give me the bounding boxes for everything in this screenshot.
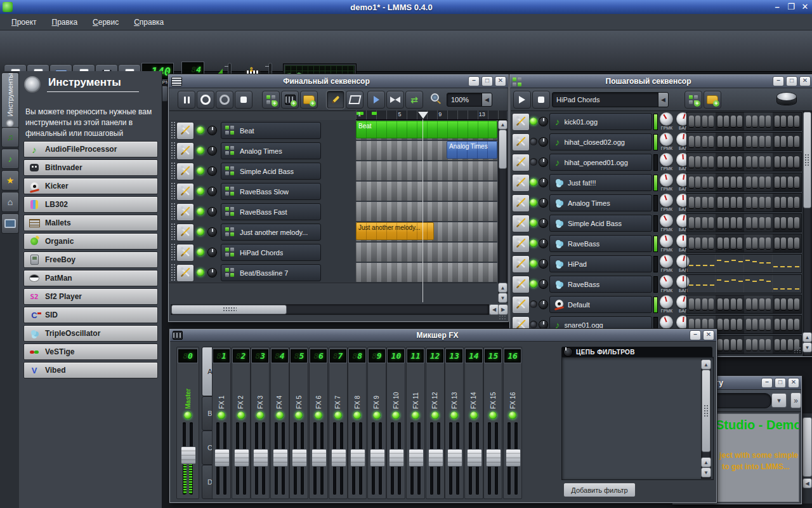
step-cell[interactable] [759,116,764,127]
step-cell[interactable] [731,116,736,127]
track-solo-knob[interactable] [539,117,547,126]
draw-mode-button[interactable] [327,91,344,109]
step-cell[interactable] [766,116,771,127]
menu-item-Сервис[interactable]: Сервис [85,15,126,29]
step-pattern[interactable] [686,173,802,192]
scroll-up-button[interactable]: ▲ [701,457,711,467]
step-cell[interactable] [752,339,757,351]
track-timeline[interactable] [356,202,497,221]
volume-knob[interactable] [660,133,673,146]
notes-combo-dropdown-button[interactable]: ▼ [771,393,787,408]
fx-channel-fader[interactable] [234,421,248,496]
fx-channel-strip[interactable]: 13FX 13 [445,347,464,499]
track-actions-button[interactable] [512,235,530,253]
fader-handle[interactable] [389,449,404,467]
behaviour-loop-button[interactable]: ⇄ [405,91,423,109]
fx-channel-strip[interactable]: 83FX 3 [251,347,270,499]
step-cell[interactable] [702,237,707,249]
behaviour-continue-button[interactable] [367,91,385,109]
fx-channel-led[interactable] [295,411,303,419]
fx-channel-strip[interactable]: 88FX 8 [348,347,367,499]
instrument-item-AudioFileProcessor[interactable]: ♪AudioFileProcessor [23,141,158,157]
track-mute-led[interactable] [530,321,537,328]
step-cell[interactable] [702,298,707,310]
step-cell[interactable] [781,136,786,147]
window-resize-grip[interactable] [794,347,801,353]
volume-knob[interactable] [660,214,673,227]
track-solo-knob[interactable] [208,147,216,155]
step-cell[interactable] [759,197,764,208]
step-cell[interactable] [759,217,764,229]
step-cell[interactable] [752,319,757,330]
notes-close-button[interactable]: ✕ [788,378,799,388]
step-cell[interactable] [766,237,771,249]
step-cell[interactable] [731,319,736,330]
volume-knob[interactable] [660,255,673,268]
step-cell[interactable] [689,197,694,208]
step-cell[interactable] [724,156,729,168]
step-cell[interactable] [695,177,700,188]
zoom-level-combo[interactable]: 100% ◀ [447,93,492,107]
fx-channel-led[interactable] [450,411,458,419]
fx-channel-fader[interactable] [389,421,403,496]
instrument-track-name[interactable]: RaveBass [549,235,652,252]
step-cell[interactable] [746,237,751,249]
step-pattern[interactable] [686,234,802,253]
track-move-grip[interactable] [171,243,175,261]
minimize-button[interactable]: – [770,0,784,14]
fx-channel-led[interactable] [412,411,419,419]
step-cell[interactable] [746,298,751,310]
fader-handle[interactable] [350,449,365,467]
track-solo-knob[interactable] [539,280,547,288]
track-mute-led[interactable] [530,239,537,247]
step-cell[interactable] [752,116,757,127]
sidebar-tab-presets[interactable]: ♪ [1,149,19,169]
add-sample-track-button[interactable]: + [281,91,299,109]
track-timeline[interactable]: Beat [356,121,497,140]
fader-handle[interactable] [486,449,501,467]
song-minimize-button[interactable]: – [468,76,480,86]
track-mute-led[interactable] [530,219,537,227]
step-cell[interactable] [724,298,729,310]
step-cell[interactable] [731,156,736,168]
step-cell[interactable] [775,197,780,208]
instrument-item-Vibed[interactable]: VVibed [23,362,158,378]
track-timeline[interactable] [356,243,497,262]
bb-maximize-button[interactable]: □ [786,76,797,86]
step-cell[interactable] [759,177,764,188]
edge-scrollbar-slider[interactable] [802,417,812,477]
stop-song-button[interactable] [235,91,252,109]
step-cell[interactable] [775,319,780,330]
step-cell[interactable] [724,197,729,208]
step-cell[interactable] [724,116,729,127]
step-cell[interactable] [702,217,707,229]
play-song-button[interactable] [178,91,195,109]
step-cell[interactable] [737,136,742,147]
track-move-grip[interactable] [171,142,175,159]
step-cell[interactable] [788,237,793,249]
step-cell[interactable] [775,298,780,310]
track-actions-button[interactable] [176,203,194,221]
fx-channel-fader[interactable] [292,421,306,496]
fader-handle[interactable] [409,449,424,467]
fx-channel-led[interactable] [218,411,225,419]
step-cell[interactable] [717,156,723,168]
fx-channel-led[interactable] [373,411,381,419]
step-cell[interactable] [717,319,723,330]
track-mute-led[interactable] [197,228,204,236]
step-cell[interactable] [702,136,707,147]
fx-channel-fader[interactable] [273,421,287,496]
track-solo-knob[interactable] [539,158,547,166]
step-cell[interactable] [759,339,764,351]
step-cell[interactable] [731,217,736,229]
volume-knob[interactable] [660,194,673,207]
track-name[interactable]: Analog Times [221,142,321,159]
volume-knob[interactable] [660,234,673,248]
step-cell[interactable] [724,237,729,249]
step-cell[interactable] [731,136,736,147]
scroll-up-button[interactable]: ▲ [498,120,508,130]
edit-mode-button[interactable] [346,91,363,109]
fx-channel-fader[interactable] [428,421,442,496]
track-mute-led[interactable] [530,280,537,288]
step-cell[interactable] [717,136,723,147]
